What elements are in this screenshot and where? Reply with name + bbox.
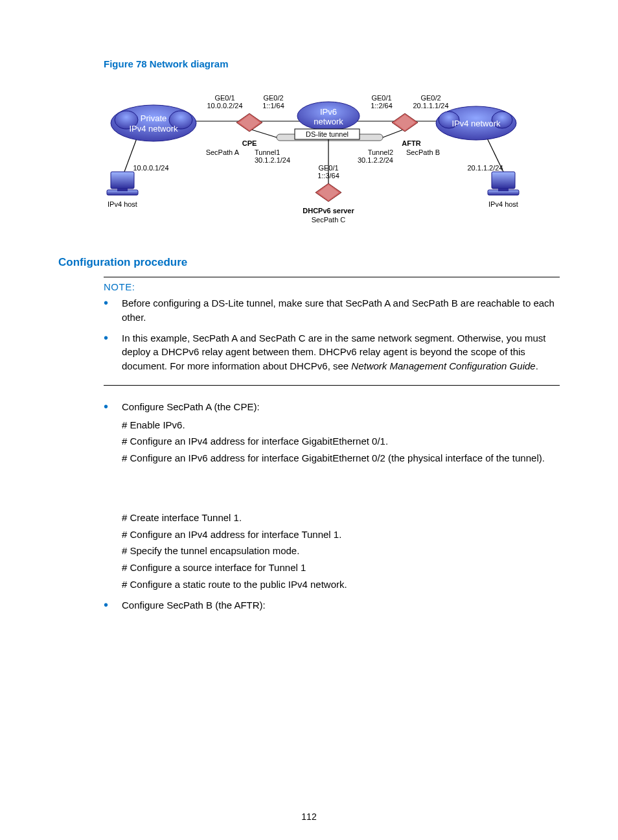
svg-text:GE0/2: GE0/2	[263, 94, 283, 102]
step-a-6: # Specify the tunnel encapsulation mode.	[122, 544, 560, 558]
svg-marker-27	[318, 185, 339, 200]
step-a-1: # Enable IPv6.	[122, 418, 560, 432]
step-head: Configure SecPath A (the CPE):	[122, 401, 260, 412]
svg-text:20.1.1.2/24: 20.1.1.2/24	[467, 164, 503, 172]
svg-text:GE0/1: GE0/1	[371, 94, 391, 102]
svg-marker-23	[239, 115, 260, 130]
step-configure-secpath-a: Configure SecPath A (the CPE): # Enable …	[104, 400, 560, 592]
cloud-private-ipv4: Private IPv4 network	[111, 105, 196, 141]
svg-rect-54	[492, 172, 515, 189]
cloud-ipv4: IPv4 network	[436, 106, 516, 140]
svg-text:30.1.2.2/24: 30.1.2.2/24	[358, 156, 393, 164]
router-secpath-c	[315, 183, 341, 202]
svg-text:10.0.0.1/24: 10.0.0.1/24	[133, 164, 168, 172]
router-secpath-b	[392, 113, 418, 132]
note-box: NOTE: Before configuring a DS-Lite tunne…	[104, 277, 560, 386]
router-secpath-a	[236, 113, 262, 132]
svg-text:AFTR: AFTR	[402, 139, 420, 147]
svg-text:DS-lite tunnel: DS-lite tunnel	[306, 130, 349, 138]
host-right: 20.1.1.2/24 IPv4 host	[467, 164, 519, 208]
svg-text:GE0/1: GE0/1	[318, 164, 338, 172]
svg-text:Tunnel1: Tunnel1	[255, 148, 280, 156]
svg-text:IPv4 host: IPv4 host	[108, 200, 137, 208]
svg-text:Private: Private	[141, 113, 166, 123]
svg-rect-56	[498, 189, 509, 191]
step-a-3: # Configure an IPv6 address for interfac…	[122, 451, 560, 465]
svg-text:SecPath C: SecPath C	[312, 216, 346, 224]
step-a-2: # Configure an IPv4 address for interfac…	[122, 434, 560, 449]
svg-rect-49	[111, 172, 134, 189]
note-item: In this example, SecPath A and SecPath C…	[104, 331, 560, 373]
svg-text:1::3/64: 1::3/64	[317, 172, 339, 180]
cloud-ipv6: IPv6 network	[297, 102, 360, 130]
svg-text:GE0/1: GE0/1	[214, 94, 235, 102]
svg-text:SecPath A: SecPath A	[206, 148, 240, 156]
svg-text:DHCPv6 server: DHCPv6 server	[303, 207, 354, 215]
svg-text:Tunnel2: Tunnel2	[368, 148, 393, 156]
svg-text:SecPath B: SecPath B	[406, 148, 440, 156]
note-item-text: In this example, SecPath A and SecPath C…	[122, 332, 546, 372]
note-title: NOTE:	[104, 281, 560, 292]
svg-line-6	[383, 129, 405, 137]
page: Figure 78 Network diagram	[0, 0, 618, 840]
svg-text:20.1.1.1/24: 20.1.1.1/24	[413, 102, 448, 110]
svg-rect-51	[117, 189, 128, 191]
svg-text:network: network	[314, 117, 343, 126]
step-a-5: # Configure an IPv4 address for interfac…	[122, 528, 560, 542]
step-a-7: # Configure a source interface for Tunne…	[122, 561, 560, 575]
svg-text:IPv6: IPv6	[320, 107, 337, 117]
svg-text:GE0/2: GE0/2	[420, 94, 441, 102]
step-configure-secpath-b: Configure SecPath B (the AFTR):	[104, 598, 560, 612]
figure-title: Figure 78 Network diagram	[104, 58, 560, 69]
svg-text:IPv4 network: IPv4 network	[129, 124, 178, 134]
svg-text:CPE: CPE	[242, 139, 257, 147]
svg-marker-25	[395, 115, 415, 130]
svg-line-5	[249, 129, 277, 137]
note-item: Before configuring a DS-Lite tunnel, mak…	[104, 296, 560, 325]
host-left: 10.0.0.1/24 IPv4 host	[107, 164, 169, 208]
svg-text:1::2/64: 1::2/64	[371, 102, 393, 110]
page-number: 112	[0, 811, 618, 822]
step-a-8: # Configure a static route to the public…	[122, 578, 560, 592]
svg-text:IPv4 network: IPv4 network	[452, 119, 501, 128]
svg-text:IPv4 host: IPv4 host	[488, 200, 518, 208]
svg-text:30.1.2.1/24: 30.1.2.1/24	[255, 156, 290, 164]
svg-text:1::1/64: 1::1/64	[262, 102, 284, 110]
network-diagram: Private IPv4 network IPv6 network IPv4 n…	[89, 75, 529, 237]
step-a-4: # Create interface Tunnel 1.	[122, 511, 560, 525]
section-config-procedure: Configuration procedure	[58, 256, 560, 269]
svg-text:10.0.0.2/24: 10.0.0.2/24	[207, 102, 242, 110]
